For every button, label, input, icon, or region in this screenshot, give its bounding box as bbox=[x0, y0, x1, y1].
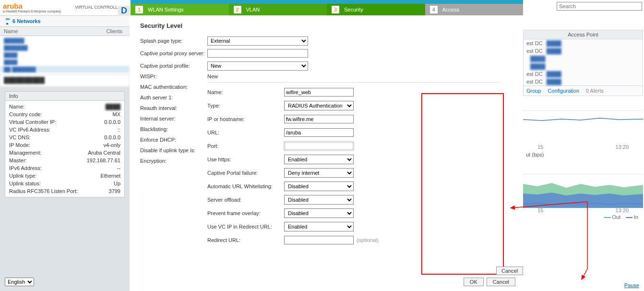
ap-row[interactable]: ████ bbox=[524, 62, 643, 70]
legend-out: Out bbox=[604, 214, 621, 220]
ok-button[interactable]: OK bbox=[464, 278, 484, 286]
brand-logo: aruba bbox=[3, 2, 61, 10]
row-proxy: Captive portal proxy server: bbox=[140, 48, 513, 58]
redirect-input[interactable] bbox=[284, 236, 354, 244]
link-config[interactable]: Configuration bbox=[548, 88, 579, 94]
info-row: Uplink status:Up bbox=[9, 180, 120, 187]
info-row: IPv6 Address:-- bbox=[9, 164, 120, 172]
network-row[interactable]: ██████ bbox=[0, 37, 130, 44]
network-row[interactable]: ██ ███████ bbox=[0, 66, 130, 73]
port-input[interactable] bbox=[284, 142, 354, 150]
row-splash: Splash page type: External bbox=[140, 36, 513, 46]
label-offload: Server offload: bbox=[207, 197, 284, 203]
ap-header: Access Point bbox=[524, 30, 643, 39]
network-icon bbox=[4, 18, 11, 24]
splash-select[interactable]: External bbox=[207, 36, 308, 46]
vcip-select[interactable]: Enabled bbox=[284, 222, 354, 231]
col-clients[interactable]: Clients bbox=[106, 28, 122, 34]
label-https: Use https: bbox=[207, 157, 284, 162]
access-point-panel: Access Point est DC████ est DC████ ████ … bbox=[523, 30, 643, 96]
col-name[interactable]: Name bbox=[4, 28, 18, 34]
profile-subpanel: New Name: Type:RADIUS Authentication IP … bbox=[207, 73, 500, 245]
network-row[interactable]: ████ bbox=[0, 59, 130, 66]
label-cp-failure: Captive Portal failure: bbox=[207, 170, 284, 176]
info-row: Master:192.168.77.61 bbox=[9, 157, 120, 164]
step-vlan[interactable]: 2VLAN bbox=[229, 4, 327, 15]
label-redirect: Redirect URL: bbox=[207, 237, 284, 243]
ap-row[interactable]: ████ bbox=[524, 55, 643, 62]
wizard-dialog: 1WLAN Settings 2VLAN 3Security 4Access S… bbox=[131, 0, 523, 291]
ap-row[interactable]: est DC████ bbox=[524, 47, 643, 55]
step-security[interactable]: 3Security bbox=[327, 4, 425, 15]
logo-area: aruba a Hewlett Packard Enterprise compa… bbox=[0, 0, 130, 15]
ap-row[interactable]: est DC████ bbox=[524, 39, 643, 47]
chart-top-labels: 1513:20 bbox=[523, 144, 643, 150]
cp-failure-select[interactable]: Deny internet bbox=[284, 168, 354, 178]
cancel-button[interactable]: Cancel bbox=[487, 278, 515, 286]
outer-cancel-area: Cancel bbox=[496, 267, 523, 275]
label-whitelist: Automatic URL Whitelisting: bbox=[207, 183, 284, 189]
label-dhcp: Enforce DHCP: bbox=[140, 137, 207, 143]
right-panel: Access Point est DC████ est DC████ ████ … bbox=[523, 0, 643, 291]
info-row: VC DNS:0.0.0.0 bbox=[9, 133, 120, 141]
ap-links: Group Configuration 0 Alerts bbox=[524, 85, 643, 96]
link-group[interactable]: Group bbox=[526, 88, 541, 94]
whitelist-select[interactable]: Disabled bbox=[284, 182, 354, 191]
info-row: Management:Aruba Central bbox=[9, 149, 120, 157]
info-row: Country code:MX bbox=[9, 110, 120, 118]
frame-select[interactable]: Disabled bbox=[284, 208, 354, 218]
label-frame: Prevent frame overlay: bbox=[207, 210, 284, 216]
network-row[interactable]: ████ bbox=[0, 51, 130, 59]
chart-legend: Out In bbox=[523, 213, 643, 221]
label-proxy: Captive portal proxy server: bbox=[140, 50, 207, 56]
label-uplink: Disable if uplink type is: bbox=[140, 147, 207, 153]
search-input[interactable] bbox=[557, 2, 642, 11]
info-body: Name:████ Country code:MX Virtual Contro… bbox=[5, 101, 124, 197]
info-row: Virtual Controller IP:0.0.0.0 bbox=[9, 118, 120, 126]
label-port: Port: bbox=[207, 143, 284, 149]
throughput-label: ut (bps) bbox=[523, 150, 643, 159]
outer-cancel-button[interactable]: Cancel bbox=[496, 267, 523, 275]
profile-select[interactable]: New bbox=[207, 61, 308, 71]
wizard-steps: 1WLAN Settings 2VLAN 3Security 4Access bbox=[131, 4, 523, 15]
label-encryption: Encryption: bbox=[140, 158, 207, 164]
security-body: Security Level Splash page type: Externa… bbox=[131, 15, 523, 255]
networks-list: ██████ ███████ ████ ████ ██ ███████ bbox=[0, 36, 130, 74]
ip-input[interactable] bbox=[284, 115, 354, 123]
https-select[interactable]: Enabled bbox=[284, 155, 354, 164]
link-alerts[interactable]: 0 Alerts bbox=[586, 88, 604, 94]
language-selector[interactable]: English bbox=[5, 278, 34, 286]
step-access[interactable]: 4Access bbox=[425, 4, 524, 15]
language-dropdown[interactable]: English bbox=[5, 278, 34, 286]
label-ip: IP or hostname: bbox=[207, 116, 284, 122]
label-internal: Internal server: bbox=[140, 116, 207, 121]
label-vcip: Use VC IP in Redirect URL: bbox=[207, 224, 284, 230]
step-wlan[interactable]: 1WLAN Settings bbox=[131, 4, 229, 15]
label-profile: Captive portal profile: bbox=[140, 62, 207, 69]
type-select[interactable]: RADIUS Authentication bbox=[284, 101, 354, 110]
ap-row[interactable]: est DC████ bbox=[524, 78, 643, 85]
optional-text: (optional) bbox=[357, 237, 379, 243]
brand-sub: a Hewlett Packard Enterprise company bbox=[3, 10, 61, 13]
label-reauth: Reauth interval: bbox=[140, 105, 207, 111]
ap-row[interactable]: est DC████ bbox=[524, 70, 643, 78]
pause-link[interactable]: Pause bbox=[624, 282, 639, 288]
url-input[interactable] bbox=[284, 128, 354, 137]
name-input[interactable] bbox=[284, 88, 354, 97]
network-row[interactable]: ███████ bbox=[0, 44, 130, 51]
networks-title[interactable]: 6 Networks bbox=[0, 15, 130, 27]
label-mac: MAC authentication: bbox=[140, 84, 207, 90]
label-wispr: WISPr: bbox=[140, 73, 207, 79]
offload-select[interactable]: Disabled bbox=[284, 195, 354, 205]
left-panel: aruba a Hewlett Packard Enterprise compa… bbox=[0, 0, 130, 291]
button-bar: OK Cancel bbox=[464, 278, 515, 286]
proxy-input[interactable] bbox=[207, 49, 308, 58]
networks-header: Name Clients bbox=[0, 27, 130, 36]
subpanel-header: New bbox=[207, 73, 500, 79]
label-type: Type: bbox=[207, 103, 284, 109]
label-url: URL: bbox=[207, 130, 284, 135]
chart-top bbox=[523, 110, 643, 144]
networks-title-text: 6 Networks bbox=[12, 18, 41, 24]
wizard-title-bar bbox=[131, 0, 523, 4]
chart-bottom bbox=[523, 174, 643, 207]
